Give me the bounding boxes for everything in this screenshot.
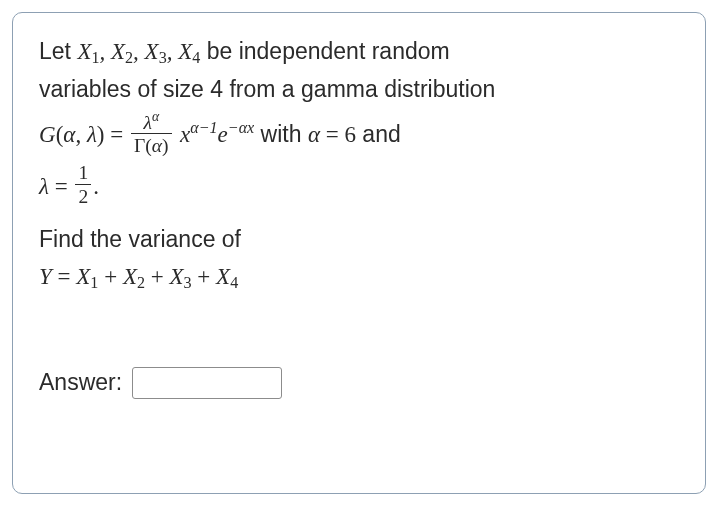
problem-line-1: Let X1, X2, X3, X4 be independent random <box>39 35 679 69</box>
e-term: e <box>218 121 228 146</box>
half-den: 2 <box>75 185 91 209</box>
half-num: 1 <box>75 162 91 185</box>
gamma-open: Γ( <box>134 135 152 156</box>
lambda-eq: λ = <box>39 174 73 199</box>
text-with: with <box>261 120 308 146</box>
fraction-lambda-gamma: λα Γ(α) <box>131 109 172 158</box>
problem-line-3: G(α, λ) = λα Γ(α) xα−1e−αx with α = 6 an… <box>39 111 679 160</box>
lambda-period: . <box>93 174 99 199</box>
x-term: x <box>180 121 190 146</box>
text-and: and <box>356 120 401 146</box>
alpha-eq: α = 6 <box>308 121 356 146</box>
e-exp: −αx <box>228 119 254 136</box>
text-let: Let <box>39 38 77 64</box>
fraction-half: 1 2 <box>75 162 91 209</box>
gamma-close: ) <box>162 135 169 156</box>
text-intro-c: variables of size 4 from a gamma distrib… <box>39 76 495 102</box>
gamma-arg: α <box>152 135 162 156</box>
question-card: Let X1, X2, X3, X4 be independent random… <box>12 12 706 494</box>
frac-num-sup: α <box>152 109 159 124</box>
answer-input[interactable] <box>132 367 282 399</box>
find-text: Find the variance of <box>39 223 679 256</box>
problem-line-2: variables of size 4 from a gamma distrib… <box>39 73 679 106</box>
answer-label: Answer: <box>39 369 122 396</box>
x-exp: α−1 <box>190 119 217 136</box>
y-equation: Y = X1 + X2 + X3 + X4 <box>39 260 679 294</box>
var-list: X1, X2, X3, X4 <box>77 39 200 64</box>
text-intro-b: be independent random <box>200 38 449 64</box>
problem-line-4: λ = 1 2 . <box>39 164 679 211</box>
answer-row: Answer: <box>39 367 679 399</box>
g-func: G(α, λ) = <box>39 121 129 146</box>
